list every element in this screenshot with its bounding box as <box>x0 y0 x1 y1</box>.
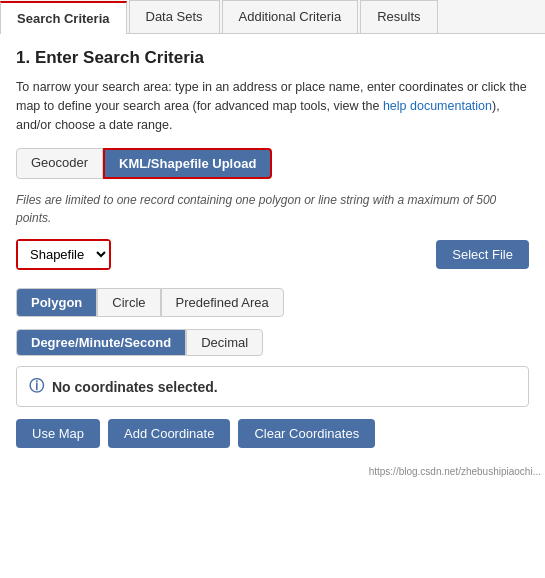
clear-coordinates-button[interactable]: Clear Coordinates <box>238 419 375 448</box>
select-file-button[interactable]: Select File <box>436 240 529 269</box>
shape-tab-bar: Polygon Circle Predefined Area <box>16 288 529 317</box>
action-buttons: Use Map Add Coordinate Clear Coordinates <box>16 419 529 448</box>
page-title: 1. Enter Search Criteria <box>16 48 529 68</box>
kml-note: Files are limited to one record containi… <box>16 191 529 227</box>
kml-container: Files are limited to one record containi… <box>16 191 529 288</box>
tab-additional-criteria[interactable]: Additional Criteria <box>222 0 359 33</box>
tab-search-criteria[interactable]: Search Criteria <box>0 1 127 34</box>
tab-degree-minute-second[interactable]: Degree/Minute/Second <box>16 329 186 356</box>
shapefile-select-wrapper: Shapefile KML <box>16 239 111 270</box>
tab-data-sets[interactable]: Data Sets <box>129 0 220 33</box>
shapefile-row: Shapefile KML Select File <box>16 239 529 270</box>
no-coords-box: ⓘ No coordinates selected. <box>16 366 529 407</box>
tab-circle[interactable]: Circle <box>97 288 160 317</box>
no-coords-message: No coordinates selected. <box>52 379 218 395</box>
coord-tab-bar: Degree/Minute/Second Decimal <box>16 329 529 356</box>
shapefile-select[interactable]: Shapefile KML <box>18 241 109 268</box>
footer-url: https://blog.csdn.net/zhebushipiaochi... <box>0 466 545 477</box>
info-icon: ⓘ <box>29 377 44 396</box>
tab-predefined-area[interactable]: Predefined Area <box>161 288 284 317</box>
main-content: 1. Enter Search Criteria To narrow your … <box>0 34 545 462</box>
use-map-button[interactable]: Use Map <box>16 419 100 448</box>
main-tab-bar: Search Criteria Data Sets Additional Cri… <box>0 0 545 34</box>
page-description: To narrow your search area: type in an a… <box>16 78 529 134</box>
tab-kml-upload[interactable]: KML/Shapefile Upload <box>103 148 272 179</box>
tab-decimal[interactable]: Decimal <box>186 329 263 356</box>
tab-polygon[interactable]: Polygon <box>16 288 97 317</box>
tab-results[interactable]: Results <box>360 0 437 33</box>
sub-tab-bar: Geocoder KML/Shapefile Upload <box>16 148 529 179</box>
tab-geocoder[interactable]: Geocoder <box>16 148 103 179</box>
help-link[interactable]: help documentation <box>383 99 492 113</box>
add-coordinate-button[interactable]: Add Coordinate <box>108 419 230 448</box>
